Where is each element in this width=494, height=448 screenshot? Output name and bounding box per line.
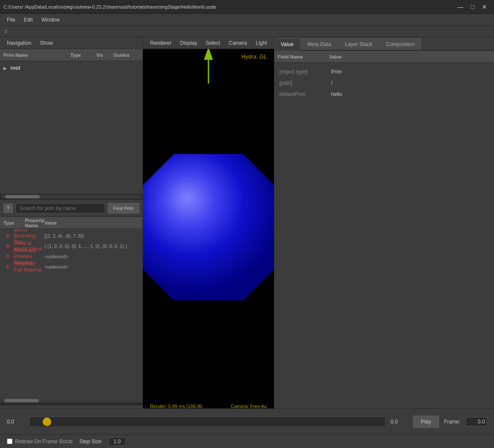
prim-search-input[interactable] (16, 203, 105, 213)
value-col-header: Value (44, 220, 139, 226)
property-name-label: Resolved Full Material (12, 261, 44, 273)
property-value-label: ( (1, 0, 0, 0), (0, 1, ..., 1, 0), (0, 0… (44, 244, 139, 249)
timeline-bar: 0.0 0.0 Play Frame: (0, 408, 494, 434)
tab-metadata[interactable]: Meta Data (301, 38, 338, 50)
timeline-slider[interactable] (29, 417, 385, 427)
step-size-input[interactable] (109, 437, 126, 446)
redraw-checkbox-item[interactable]: Redraw On Frame Scrub (7, 439, 72, 445)
redraw-label: Redraw On Frame Scrub (15, 439, 72, 445)
property-name-col-header: Property Name (25, 218, 44, 228)
right-panel: Value Meta Data Layer Stack Composition … (274, 37, 494, 422)
navigation-menu[interactable]: Navigation (3, 38, 35, 48)
scroll-thumb[interactable] (5, 195, 40, 198)
field-value-cell: Prim (331, 69, 494, 75)
close-button[interactable]: ✕ (478, 1, 491, 13)
prim-help-button[interactable]: ? (3, 204, 13, 213)
field-value-cell: / (331, 80, 494, 86)
field-name-cell: [path] (280, 80, 331, 86)
property-value-label: <unbound> (44, 254, 139, 259)
timeline-thumb[interactable] (43, 417, 51, 426)
table-row[interactable]: © World Bounding Box [(2, 3, 4)...(6, 7,… (0, 231, 143, 241)
title-text: C:/Users/ /AppData/Local/ov/pkg/usdview-… (3, 4, 454, 9)
field-name-cell: defaultPrim (280, 91, 331, 97)
title-bar: C:/Users/ /AppData/Local/ov/pkg/usdview-… (0, 0, 494, 14)
field-name-col-header: Field Name (278, 54, 329, 59)
show-menu[interactable]: Show (37, 38, 56, 48)
prim-tree-header: Prim Name Type Vis Guides (0, 49, 143, 61)
breadcrumb-bar: / (0, 26, 494, 37)
type-column-header: Type (70, 53, 96, 58)
menu-bar: File Edit Window (0, 14, 494, 26)
metadata-tabs: Value Meta Data Layer Stack Composition (274, 37, 494, 51)
svg-marker-3 (143, 154, 273, 300)
3d-sphere (143, 141, 273, 313)
minimize-button[interactable]: — (454, 1, 466, 13)
field-name-cell: [object type] (280, 69, 331, 75)
table-row[interactable]: © Resolved Preview Material <unbound> (0, 251, 143, 262)
property-content[interactable]: © World Bounding Box [(2, 3, 4)...(6, 7,… (0, 229, 143, 399)
tab-value[interactable]: Value (274, 38, 300, 51)
scroll-track (0, 399, 143, 402)
property-type-icon: © (3, 243, 12, 249)
prim-tree-content[interactable]: ▶ root (0, 61, 143, 194)
light-menu[interactable]: Light (252, 38, 270, 48)
tab-layer-stack[interactable]: Layer Stack (339, 38, 379, 50)
field-value-cell: hello (331, 91, 494, 97)
top-row: Renderer Display Select Camera Light (143, 37, 494, 422)
main-layout: Navigation Show Prim Name Type Vis Guide… (0, 37, 494, 422)
find-prim-button[interactable]: Find Prim (108, 203, 139, 213)
expand-icon[interactable]: ▶ (3, 66, 10, 71)
metadata-content[interactable]: [object type] Prim [path] / defaultPrim … (274, 63, 494, 417)
scroll-thumb[interactable] (4, 399, 39, 402)
table-row[interactable]: [path] / (278, 77, 494, 89)
redraw-checkbox[interactable] (7, 439, 12, 444)
table-row[interactable]: defaultPrim hello (278, 89, 494, 100)
property-section: Type Property Name Value © World Boundin… (0, 217, 143, 405)
table-row[interactable]: [object type] Prim (278, 66, 494, 77)
hydra-label: Hydra: GL (241, 53, 267, 60)
table-row[interactable]: ▶ root (0, 63, 143, 73)
metadata-header: Field Name Value (274, 51, 494, 63)
value-col-header: Value (329, 54, 494, 59)
timeline-start: 0.0 (7, 419, 24, 425)
nav-toolbar: Navigation Show (0, 37, 143, 49)
table-row[interactable]: © Resolved Full Material <unbound> (0, 262, 143, 272)
property-type-icon: © (3, 253, 12, 260)
property-value-label: [(2, 3, 4)...(6, 7, 8)] (44, 233, 139, 238)
maximize-button[interactable]: □ (466, 1, 478, 13)
prim-search-bar: ? Find Prim (0, 200, 143, 217)
renderer-menu[interactable]: Renderer (146, 38, 175, 48)
breadcrumb: / (5, 28, 7, 34)
options-bar: Redraw On Frame Scrub Step Size (0, 434, 494, 448)
property-type-icon: © (3, 264, 12, 270)
timeline-end: 0.0 (391, 419, 408, 425)
viewport-canvas[interactable]: Hydra: GL Render: 5.99 ms (166.90 Playba… (143, 49, 273, 422)
prim-tree-scrollbar[interactable] (0, 194, 143, 199)
property-type-icon: © (3, 233, 12, 239)
frame-input[interactable] (466, 417, 487, 426)
property-value-label: <unbound> (44, 264, 139, 269)
prim-tree-section: Prim Name Type Vis Guides ▶ root (0, 49, 143, 200)
frame-label: Frame: (444, 419, 460, 425)
green-arrow-indicator (202, 49, 215, 83)
type-col-header: Type (3, 220, 25, 226)
prim-name-label: root (10, 65, 20, 71)
vis-column-header: Vis (96, 53, 113, 58)
file-menu[interactable]: File (3, 15, 19, 25)
tab-composition[interactable]: Composition (379, 38, 421, 50)
viewport-menubar: Renderer Display Select Camera Light (143, 37, 273, 49)
select-menu[interactable]: Select (202, 38, 224, 48)
center-right-wrapper: Renderer Display Select Camera Light (143, 37, 494, 422)
display-menu[interactable]: Display (177, 38, 200, 48)
camera-menu[interactable]: Camera (225, 38, 251, 48)
play-button[interactable]: Play (413, 416, 439, 428)
step-size-label: Step Size (79, 439, 101, 445)
prim-name-column-header: Prim Name (3, 53, 70, 58)
edit-menu[interactable]: Edit (20, 15, 36, 25)
property-scrollbar[interactable] (0, 399, 143, 405)
scroll-track (1, 195, 142, 198)
window-menu[interactable]: Window (38, 15, 63, 25)
guides-column-header: Guides (113, 53, 139, 58)
viewport-panel: Renderer Display Select Camera Light (143, 37, 273, 422)
left-panel: Navigation Show Prim Name Type Vis Guide… (0, 37, 143, 422)
